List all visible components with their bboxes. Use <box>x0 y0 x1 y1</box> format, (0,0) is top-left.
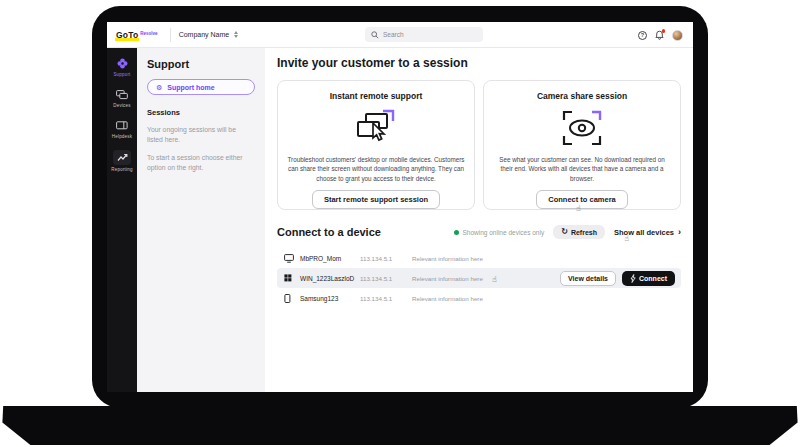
desktop-icon <box>284 254 300 263</box>
helpdesk-icon <box>114 119 130 132</box>
card-title: Camera share session <box>484 91 680 101</box>
goto-logo-text: GoTo <box>116 30 138 40</box>
phone-icon <box>284 294 300 303</box>
instant-remote-support-card: Instant remote support Troubleshoot cust… <box>277 80 475 210</box>
camera-share-icon <box>484 101 680 155</box>
connect-button[interactable]: Connect <box>622 271 675 286</box>
topbar-divider <box>170 28 171 42</box>
device-ip: 113.134.5.1 <box>360 255 412 262</box>
connect-label: Connect <box>639 275 667 282</box>
refresh-icon: ↻ <box>561 228 568 236</box>
device-name: WIN_1223LaszloD <box>300 275 360 282</box>
lightning-icon <box>630 274 636 283</box>
sessions-heading: Sessions <box>147 108 255 117</box>
app-window: GoTo Resolve Company Name ? <box>107 22 693 392</box>
nav-rail: Support Devices Helpdesk <box>107 48 137 392</box>
devices-section-header: Connect to a device Showing online devic… <box>277 225 681 239</box>
sessions-empty-text: Your ongoing sessions will be listed her… <box>147 125 251 145</box>
user-avatar[interactable] <box>672 30 683 41</box>
help-icon[interactable]: ? <box>638 31 647 40</box>
devices-controls: Showing online devices only ↻ Refresh Sh… <box>454 225 681 239</box>
nav-label: Helpdesk <box>112 134 132 139</box>
sidebar-title: Support <box>147 58 255 70</box>
device-name: Samsung123 <box>300 295 360 302</box>
online-dot-icon <box>454 230 459 235</box>
help-glyph: ? <box>641 32 644 38</box>
company-sort-icon <box>234 31 238 39</box>
resolve-product-label: Resolve <box>140 31 157 36</box>
device-row-samsung[interactable]: Samsung123 113.134.5.1 Relevant informat… <box>277 288 681 308</box>
online-status-text: Showing online devices only <box>463 229 545 236</box>
nav-label: Devices <box>113 103 130 108</box>
session-cards: Instant remote support Troubleshoot cust… <box>277 80 681 210</box>
card-title: Instant remote support <box>278 91 474 101</box>
sessions-hint-text: To start a session choose either option … <box>147 153 251 173</box>
support-home-button[interactable]: ⚙ Support home <box>147 79 255 95</box>
search-input[interactable] <box>383 31 473 38</box>
device-ip: 113.134.5.1 <box>360 295 412 302</box>
show-all-label: Show all devices <box>614 228 674 237</box>
device-row-mbpro[interactable]: MbPRO_Mom 113.134.5.1 Relevant informati… <box>277 248 681 268</box>
logo-yellow-underline <box>115 38 139 41</box>
camera-share-card: Camera share session See what <box>483 80 681 210</box>
devices-heading: Connect to a device <box>277 226 381 238</box>
card-description: Troubleshoot customers' desktop or mobil… <box>287 155 465 183</box>
row-actions: View details Connect <box>560 268 675 288</box>
support-home-label: Support home <box>167 84 214 91</box>
refresh-label: Refresh <box>571 229 597 236</box>
device-row-win[interactable]: WIN_1223LaszloD 113.134.5.1 Relevant inf… <box>277 268 681 288</box>
online-filter-status: Showing online devices only <box>454 229 545 236</box>
company-name-label: Company Name <box>179 31 230 38</box>
device-info: Relevant information here <box>412 275 483 282</box>
nav-label: Reporting <box>111 167 132 172</box>
nav-item-support[interactable]: Support <box>107 57 137 77</box>
devices-icon <box>114 88 130 101</box>
topbar: GoTo Resolve Company Name ? <box>107 22 693 48</box>
laptop-base <box>0 406 800 445</box>
nav-item-devices[interactable]: Devices <box>107 88 137 108</box>
card-description: See what your customer can see. No downl… <box>493 155 671 183</box>
goto-resolve-logo: GoTo Resolve <box>107 30 166 40</box>
support-icon <box>114 57 130 70</box>
remote-support-icon <box>278 101 474 155</box>
device-name: MbPRO_Mom <box>300 255 360 262</box>
hand-cursor-row: ☝ <box>492 275 497 284</box>
notification-badge <box>662 29 666 33</box>
main-content: Invite your customer to a session Instan… <box>265 48 693 392</box>
invite-heading: Invite your customer to a session <box>277 56 681 70</box>
device-info: Relevant information here <box>412 295 483 302</box>
connect-to-camera-button[interactable]: Connect to camera <box>536 190 628 209</box>
support-sidebar: Support ⚙ Support home Sessions Your ong… <box>137 48 265 392</box>
search-icon <box>371 31 379 39</box>
refresh-button[interactable]: ↻ Refresh <box>553 225 605 239</box>
nav-item-helpdesk[interactable]: Helpdesk <box>107 119 137 139</box>
gear-icon: ⚙ <box>156 84 162 91</box>
device-info: Relevant information here <box>412 255 483 262</box>
device-ip: 113.134.5.1 <box>360 275 412 282</box>
notifications-button[interactable] <box>655 30 664 40</box>
nav-item-reporting[interactable]: Reporting <box>107 150 137 172</box>
show-all-devices-link[interactable]: Show all devices › <box>614 228 681 237</box>
start-remote-support-button[interactable]: Start remote support session <box>312 190 440 209</box>
company-selector[interactable]: Company Name <box>179 31 239 39</box>
device-list: MbPRO_Mom 113.134.5.1 Relevant informati… <box>277 248 681 308</box>
view-details-button[interactable]: View details <box>560 271 616 286</box>
windows-icon <box>284 274 300 282</box>
laptop-mockup: GoTo Resolve Company Name ? <box>0 0 800 447</box>
search-box[interactable] <box>365 27 483 42</box>
reporting-icon <box>113 150 131 165</box>
nav-label: Support <box>113 72 130 77</box>
chevron-right-icon: › <box>678 228 681 237</box>
topbar-right: ? <box>638 22 683 48</box>
